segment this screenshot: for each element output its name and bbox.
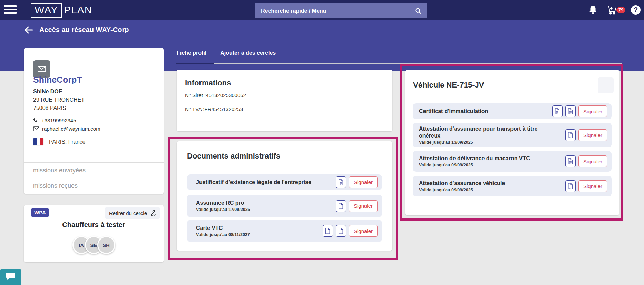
- signaler-button[interactable]: Signaler: [578, 129, 607, 141]
- chat-bubble-icon: [6, 272, 16, 280]
- document-title: Assurance RC pro: [196, 200, 336, 206]
- view-document-icon[interactable]: [336, 225, 346, 237]
- cart-count-badge: 79: [616, 7, 625, 13]
- email-icon: [33, 126, 39, 131]
- search-placeholder: Recherche rapide / Menu: [255, 8, 415, 14]
- address-line-1: 29 RUE TRONCHET: [33, 97, 85, 103]
- circle-card: WPA Retirer du cercle Chauffeurs à teste…: [24, 205, 164, 262]
- signaler-button[interactable]: Signaler: [578, 180, 607, 192]
- company-name-link[interactable]: ShineCorpT: [33, 75, 82, 85]
- document-title: Carte VTC: [196, 225, 323, 231]
- document-row: Attestation d'assurance véhicule Valide …: [413, 176, 612, 196]
- documents-card: Documents administratifs Justificatif d'…: [177, 141, 392, 251]
- phone-icon: [33, 118, 39, 123]
- address-line-2: 75008 PARIS: [33, 105, 66, 111]
- phone-number: +33199992345: [41, 118, 76, 123]
- tab-ajouter-cercles[interactable]: Ajouter à des cercles: [220, 50, 276, 61]
- logo-way: WAY: [31, 3, 62, 18]
- page-title: Accès au réseau WAY-Corp: [39, 26, 129, 34]
- siret-number: N° Siret :45132025300052: [185, 92, 246, 98]
- driver-avatars: IA SE SH: [24, 236, 164, 254]
- notifications-bell-icon[interactable]: [588, 0, 597, 20]
- signaler-button[interactable]: Signaler: [349, 225, 378, 237]
- chat-widget-button[interactable]: [0, 269, 21, 285]
- document-row: Attestation de délivrance du macaron VTC…: [413, 151, 612, 172]
- document-title: Justificatif d'existence légale de l'ent…: [196, 179, 336, 185]
- informations-title: Informations: [185, 79, 231, 88]
- document-title: Certificat d'immaticulation: [419, 108, 540, 114]
- menu-icon[interactable]: [4, 5, 17, 15]
- driver-avatar[interactable]: SH: [97, 236, 115, 254]
- remove-from-circle-button[interactable]: Retirer du cercle: [105, 207, 160, 219]
- tva-number: N° TVA :FR45451320253: [185, 106, 243, 112]
- view-document-icon[interactable]: [565, 180, 576, 192]
- email-address[interactable]: raphael.c@waynium.com: [42, 126, 100, 132]
- document-validity: Valide jusqu'au 09/09/2025: [419, 163, 565, 167]
- missions-sent-link[interactable]: missions envoyées: [33, 167, 86, 174]
- help-glyph: ?: [631, 5, 641, 15]
- active-tab-indicator: [176, 63, 214, 64]
- document-row: Assurance RC pro Valide jusqu'au 17/09/2…: [187, 195, 382, 217]
- remove-from-circle-label: Retirer du cercle: [109, 210, 147, 216]
- documents-title: Documents administratifs: [187, 152, 280, 161]
- search-input[interactable]: Recherche rapide / Menu: [255, 3, 427, 18]
- signaler-button[interactable]: Signaler: [578, 155, 607, 167]
- missions-received-link[interactable]: missions reçues: [33, 182, 78, 190]
- wpa-badge: WPA: [31, 208, 49, 217]
- informations-card: Informations N° Siret :45132025300052 N°…: [177, 70, 392, 131]
- signaler-button[interactable]: Signaler: [349, 176, 378, 188]
- document-title: Attestation d'assurance pour transport à…: [419, 125, 540, 139]
- top-navbar: WAY PLAN Recherche rapide / Menu 79 ?: [0, 0, 644, 20]
- view-document-icon[interactable]: [323, 225, 333, 237]
- document-validity: Valide jusqu'au 13/09/2025: [419, 140, 565, 145]
- view-document-icon[interactable]: [336, 176, 346, 188]
- vehicle-card: Véhicule NE-715-JV − Certificat d'immati…: [405, 70, 619, 215]
- logo-plan: PLAN: [62, 4, 94, 17]
- signaler-button[interactable]: Signaler: [578, 105, 607, 117]
- france-flag-icon: [33, 138, 43, 145]
- document-validity: Valide jusqu'au 17/09/2025: [196, 207, 336, 212]
- help-icon[interactable]: ?: [631, 0, 641, 20]
- divider: [24, 178, 164, 178]
- wayplan-logo: WAY PLAN: [31, 3, 94, 18]
- circle-card-title: Chauffeurs à tester: [24, 221, 164, 229]
- document-validity: Valide jusqu'au 09/09/2025: [419, 187, 565, 192]
- envelope-icon: [38, 66, 46, 72]
- divider: [24, 162, 164, 163]
- view-document-icon[interactable]: [336, 200, 346, 212]
- document-title: Attestation d'assurance véhicule: [419, 180, 540, 186]
- document-validity: Valide jusqu'au 08/11/2027: [196, 232, 323, 237]
- document-row: Carte VTC Valide jusqu'au 08/11/2027 Sig…: [187, 220, 382, 242]
- document-row: Justificatif d'existence légale de l'ent…: [187, 174, 382, 190]
- unlink-icon: [150, 210, 156, 216]
- back-arrow-icon[interactable]: [24, 26, 33, 34]
- collapse-button[interactable]: −: [598, 77, 614, 93]
- vehicle-title: Véhicule NE-715-JV: [413, 81, 484, 90]
- view-document-icon[interactable]: [565, 129, 576, 141]
- contact-name: ShiNe DOE: [33, 89, 62, 95]
- view-document-icon[interactable]: [565, 155, 576, 167]
- document-row: Certificat d'immaticulation Signaler: [413, 103, 612, 119]
- cart-icon[interactable]: 79: [607, 0, 618, 20]
- tab-fiche-profil[interactable]: Fiche profil: [177, 50, 206, 61]
- location-text: PARIS, France: [49, 139, 86, 145]
- signaler-button[interactable]: Signaler: [349, 200, 378, 212]
- view-document-icon[interactable]: [565, 105, 576, 117]
- search-icon[interactable]: [415, 8, 422, 14]
- document-title: Attestation de délivrance du macaron VTC: [419, 155, 540, 162]
- profile-card: ShineCorpT ShiNe DOE 29 RUE TRONCHET 750…: [24, 48, 164, 194]
- tab-bar: Fiche profil Ajouter à des cercles: [177, 50, 276, 61]
- document-row: Attestation d'assurance pour transport à…: [413, 123, 612, 147]
- view-document-icon[interactable]: [552, 105, 563, 117]
